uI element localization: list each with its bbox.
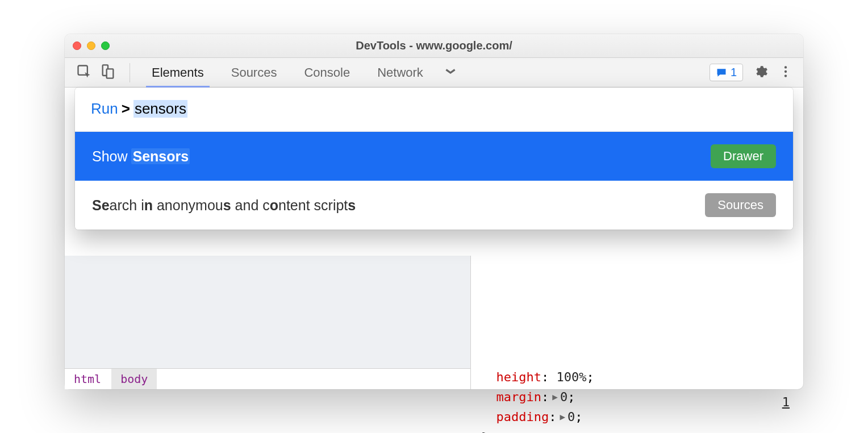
svg-point-4: [784, 70, 787, 72]
kebab-menu-icon[interactable]: [778, 64, 793, 81]
tab-label: Sources: [231, 65, 277, 80]
css-property: height: [496, 367, 541, 387]
window-title: DevTools - www.google.com/: [65, 39, 803, 52]
messages-count: 1: [731, 66, 737, 79]
expand-triangle-icon[interactable]: ▶: [552, 390, 558, 405]
command-result[interactable]: Search in anonymous and content scripts …: [75, 181, 793, 230]
panels-area: … NT;hWT9Jb:.CLIENT;WCulWe:.CLIENT;VM 8b…: [65, 256, 803, 389]
devtools-toolbar: Elements Sources Console Network 1: [65, 58, 803, 88]
maximize-window-icon[interactable]: [101, 41, 110, 50]
result-label: Show Sensors: [92, 148, 190, 165]
command-query: sensors: [133, 100, 187, 118]
style-declaration[interactable]: margin:▶0;: [481, 387, 793, 407]
tab-console[interactable]: Console: [290, 58, 364, 87]
messages-badge[interactable]: 1: [710, 64, 743, 81]
message-icon: [716, 67, 727, 78]
command-prefix: >: [122, 100, 130, 118]
css-value: 100%: [556, 367, 586, 387]
svg-rect-2: [107, 69, 114, 78]
css-property: margin: [496, 387, 541, 407]
style-declaration[interactable]: height: 100%;: [481, 367, 793, 387]
toolbar-separator: [130, 63, 130, 82]
css-close-brace: }: [481, 427, 793, 433]
css-value: 0: [560, 387, 567, 407]
command-palette: Run >sensors Show Sensors Drawer Search …: [75, 88, 793, 230]
result-label: Search in anonymous and content scripts: [92, 197, 356, 214]
inspect-element-icon[interactable]: [76, 64, 92, 82]
more-tabs-icon[interactable]: [441, 65, 460, 80]
tab-sources[interactable]: Sources: [218, 58, 291, 87]
dom-breadcrumb: html body: [65, 368, 470, 389]
svg-point-5: [784, 74, 787, 77]
panel-tabs: Elements Sources Console Network: [138, 58, 437, 87]
run-label: Run: [91, 100, 118, 118]
command-input[interactable]: Run >sensors: [75, 88, 793, 131]
source-link[interactable]: 1: [782, 395, 790, 409]
tab-label: Console: [304, 65, 350, 80]
close-window-icon[interactable]: [73, 41, 81, 50]
settings-gear-icon[interactable]: [753, 64, 768, 81]
expand-triangle-icon[interactable]: ▶: [560, 410, 565, 424]
result-badge: Drawer: [711, 144, 776, 168]
tab-elements[interactable]: Elements: [138, 58, 218, 87]
css-property: padding: [496, 407, 549, 427]
tab-network[interactable]: Network: [364, 58, 437, 87]
device-toggle-icon[interactable]: [100, 64, 116, 82]
css-value: 0: [567, 407, 575, 427]
result-badge: Sources: [705, 193, 776, 217]
dom-tree-panel[interactable]: … NT;hWT9Jb:.CLIENT;WCulWe:.CLIENT;VM 8b…: [65, 256, 471, 389]
devtools-window: DevTools - www.google.com/ Elements Sour…: [65, 34, 803, 389]
breadcrumb-item[interactable]: body: [111, 369, 157, 389]
command-result[interactable]: Show Sensors Drawer: [75, 132, 793, 181]
traffic-lights: [73, 41, 110, 50]
svg-point-3: [784, 66, 787, 68]
command-results: Show Sensors Drawer Search in anonymous …: [75, 131, 793, 230]
tab-label: Network: [377, 65, 423, 80]
tab-label: Elements: [152, 65, 204, 80]
minimize-window-icon[interactable]: [87, 41, 95, 50]
window-titlebar: DevTools - www.google.com/: [65, 34, 803, 58]
breadcrumb-item[interactable]: html: [65, 369, 110, 389]
style-declaration[interactable]: padding:▶0;: [481, 407, 793, 427]
styles-panel[interactable]: height: 100%; margin:▶0; padding:▶0; } 1: [471, 256, 803, 389]
